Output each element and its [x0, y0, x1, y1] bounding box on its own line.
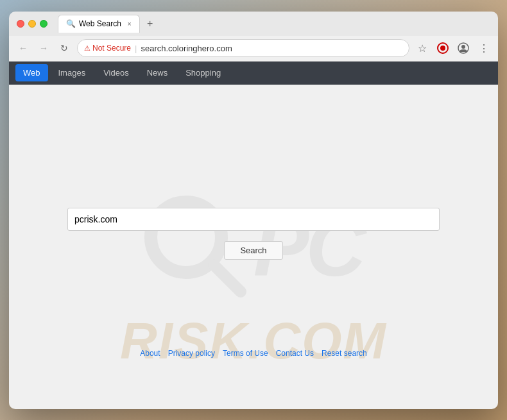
search-button[interactable]: Search	[224, 241, 282, 260]
star-icon: ☆	[418, 42, 427, 55]
opera-icon	[437, 42, 449, 54]
footer-about-link[interactable]: About	[140, 349, 160, 358]
url-separator: |	[135, 44, 137, 53]
forward-button[interactable]: →	[36, 40, 51, 56]
maximize-button[interactable]	[40, 20, 47, 28]
opera-button[interactable]	[435, 40, 451, 56]
traffic-lights	[17, 20, 47, 28]
tab-bar: 🔍 Web Search × +	[58, 15, 490, 33]
footer-contact-link[interactable]: Contact Us	[276, 349, 314, 358]
watermark-bottom-text: RISK.COM	[9, 312, 498, 371]
bookmark-button[interactable]: ☆	[415, 40, 430, 56]
address-actions: ☆ ⋮	[415, 40, 492, 56]
security-warning: ⚠ Not Secure	[84, 44, 131, 53]
title-bar: 🔍 Web Search × +	[9, 12, 498, 36]
nav-tab-shopping[interactable]: Shopping	[178, 64, 228, 81]
url-text: search.coloringhero.com	[141, 44, 232, 53]
footer-terms-link[interactable]: Terms of Use	[223, 349, 268, 358]
refresh-button[interactable]: ↻	[56, 40, 72, 56]
active-tab[interactable]: 🔍 Web Search ×	[58, 15, 140, 33]
warning-icon: ⚠	[84, 44, 90, 53]
svg-point-1	[440, 46, 445, 51]
footer-reset-link[interactable]: Reset search	[322, 349, 367, 358]
profile-button[interactable]	[456, 40, 471, 56]
nav-tabs-bar: Web Images Videos News Shopping	[9, 62, 498, 85]
nav-tab-videos[interactable]: Videos	[96, 64, 137, 81]
nav-tab-images[interactable]: Images	[51, 64, 94, 81]
footer-privacy-link[interactable]: Privacy policy	[168, 349, 215, 358]
address-bar: ← → ↻ ⚠ Not Secure | search.coloringhero…	[9, 36, 498, 62]
url-bar[interactable]: ⚠ Not Secure | search.coloringhero.com	[77, 39, 409, 57]
page-content: PC RISK.COM Search About Privacy policy …	[9, 85, 498, 409]
search-input[interactable]	[67, 208, 440, 231]
new-tab-button[interactable]: +	[142, 16, 158, 31]
back-button[interactable]: ←	[15, 40, 31, 56]
svg-point-3	[461, 45, 465, 49]
minimize-button[interactable]	[28, 20, 36, 28]
menu-button[interactable]: ⋮	[476, 40, 492, 56]
tab-title: Web Search	[79, 19, 121, 28]
search-input-wrapper	[67, 208, 440, 231]
close-button[interactable]	[17, 20, 24, 28]
security-label: Not Secure	[92, 44, 131, 53]
nav-tab-web[interactable]: Web	[15, 64, 48, 81]
browser-window: 🔍 Web Search × + ← → ↻ ⚠ Not Secure | se…	[9, 12, 498, 409]
search-container: Search	[9, 208, 498, 260]
tab-close-btn[interactable]: ×	[128, 21, 132, 28]
tab-favicon: 🔍	[66, 19, 75, 28]
footer-links: About Privacy policy Terms of Use Contac…	[9, 349, 498, 358]
profile-icon	[458, 42, 469, 54]
svg-line-5	[214, 265, 241, 292]
nav-tab-news[interactable]: News	[139, 64, 176, 81]
